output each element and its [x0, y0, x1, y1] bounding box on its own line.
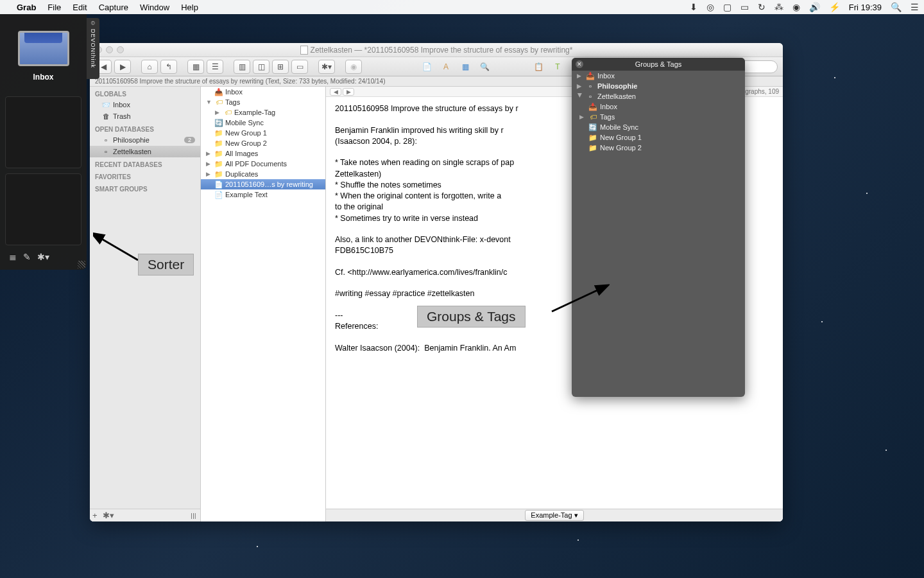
- sorter-gear-icon[interactable]: ✱▾: [37, 252, 49, 262]
- group-tree: 📥Inbox ▼🏷Tags ▶🏷Example-Tag 🔄Mobile Sync…: [201, 87, 326, 521]
- sidebar-opendb-header: OPEN DATABASES: [90, 122, 200, 134]
- groups-tags-panel: ✕ Groups & Tags ▶📥Inbox ▶▫Philosophie ▶▫…: [572, 58, 745, 397]
- tree-doc-example[interactable]: 📄Example Text: [201, 189, 325, 200]
- note-button[interactable]: T: [549, 60, 566, 74]
- sorter-inbox-label: Inbox: [33, 73, 54, 82]
- sorter-inbox-slot[interactable]: Inbox: [5, 21, 81, 91]
- wifi-icon[interactable]: ◉: [792, 2, 800, 12]
- view-list-button[interactable]: ☰: [207, 60, 223, 74]
- tree-duplicates[interactable]: ▶📁Duplicates: [201, 169, 325, 179]
- menubar: Grab File Edit Capture Window Help ⬇ ◎ ▢…: [0, 0, 924, 14]
- add-button[interactable]: +: [92, 511, 98, 520]
- sidebar-inbox[interactable]: 📨Inbox: [90, 99, 200, 110]
- view-preview-button[interactable]: ▭: [291, 60, 308, 74]
- annotation-sorter: Sorter: [138, 254, 194, 276]
- sorter-resize-handle[interactable]: [78, 261, 85, 268]
- tree-newgroup1[interactable]: 📁New Group 1: [201, 128, 325, 138]
- view-columns-button[interactable]: ▥: [234, 60, 250, 74]
- document-info: 201105160958 Improve the structure of es…: [95, 78, 385, 85]
- gp-zk-inbox[interactable]: 📥Inbox: [572, 101, 745, 112]
- nav-forward-button[interactable]: ▶: [343, 88, 354, 96]
- annotation-groups: Groups & Tags: [417, 306, 526, 328]
- tag-bar: Example-Tag ▾: [326, 509, 783, 521]
- help-menu[interactable]: Help: [181, 3, 198, 12]
- volume-icon[interactable]: 🔊: [809, 2, 820, 12]
- sorter-note-icon[interactable]: ✎: [23, 252, 31, 262]
- view-icons-button[interactable]: ▦: [187, 60, 204, 74]
- groups-panel-title[interactable]: ✕ Groups & Tags: [572, 58, 745, 71]
- sidebar-favorites-header: FAVORITES: [90, 170, 200, 182]
- inbox-tray-icon: [18, 31, 69, 66]
- document-icon: [300, 46, 308, 55]
- clipboard-button[interactable]: 📋: [530, 60, 547, 74]
- app-menu[interactable]: Grab: [17, 3, 36, 12]
- sidebar-trash[interactable]: 🗑Trash: [90, 110, 200, 122]
- quicklook-button[interactable]: ◉: [345, 60, 362, 74]
- search-button[interactable]: 🔍: [476, 60, 493, 74]
- sidebar-db-philosophie[interactable]: ▫Philosophie2: [90, 134, 200, 146]
- annotation-arrow: [545, 283, 610, 315]
- gp-philosophie[interactable]: ▶▫Philosophie: [572, 81, 745, 91]
- gp-zk-newgroup2[interactable]: 📁New Group 2: [572, 143, 745, 153]
- window-title: Zettelkasten — *201105160958 Improve the…: [311, 46, 573, 55]
- status-icon[interactable]: ◎: [706, 2, 714, 12]
- reveal-button[interactable]: ↰: [160, 60, 177, 74]
- sidebar-bottom-bar: + ✱▾ ⫼: [90, 509, 200, 521]
- tree-newgroup2[interactable]: 📁New Group 2: [201, 138, 325, 148]
- gp-inbox[interactable]: ▶📥Inbox: [572, 71, 745, 81]
- bluetooth-icon[interactable]: ⁂: [774, 2, 783, 12]
- close-icon[interactable]: ✕: [576, 60, 583, 68]
- airplay-icon[interactable]: ▢: [723, 2, 732, 12]
- edit-menu[interactable]: Edit: [73, 3, 87, 12]
- tree-example-tag[interactable]: ▶🏷Example-Tag: [201, 107, 325, 118]
- tree-inbox[interactable]: 📥Inbox: [201, 87, 325, 97]
- capture-menu[interactable]: Capture: [99, 3, 128, 12]
- home-button[interactable]: ⌂: [141, 60, 158, 74]
- timemachine-icon[interactable]: ↻: [758, 2, 766, 12]
- view-split-button[interactable]: ◫: [253, 60, 270, 74]
- display-icon[interactable]: ▭: [740, 2, 749, 12]
- gear-button[interactable]: ✱▾: [103, 511, 114, 520]
- file-menu[interactable]: File: [47, 3, 61, 12]
- battery-icon[interactable]: ⚡: [829, 2, 840, 12]
- sidebar-smartgroups-header: SMART GROUPS: [90, 182, 200, 194]
- sorter-slot-empty[interactable]: [5, 96, 81, 168]
- tag-chip[interactable]: Example-Tag ▾: [525, 510, 583, 521]
- tree-tags[interactable]: ▼🏷Tags: [201, 97, 325, 107]
- window-titlebar[interactable]: Zettelkasten — *201105160958 Improve the…: [90, 43, 783, 57]
- sidebar-db-zettelkasten[interactable]: ▫Zettelkasten: [90, 146, 200, 157]
- action-button[interactable]: ✱▾: [318, 60, 335, 74]
- spotlight-icon[interactable]: 🔍: [891, 2, 902, 12]
- badge: 2: [184, 137, 195, 143]
- window-menu[interactable]: Window: [140, 3, 169, 12]
- notifications-icon[interactable]: ☰: [911, 2, 919, 12]
- clock[interactable]: Fri 19:39: [849, 3, 882, 12]
- devonthink-tab[interactable]: DEVONthink: [87, 18, 99, 79]
- sidebar: GLOBALS 📨Inbox 🗑Trash OPEN DATABASES ▫Ph…: [90, 87, 201, 521]
- svg-line-1: [552, 289, 600, 311]
- gp-zk-newgroup1[interactable]: 📁New Group 1: [572, 132, 745, 143]
- nav-back-button[interactable]: ◀: [330, 88, 341, 96]
- sorter-slot-empty[interactable]: [5, 173, 81, 245]
- color-button[interactable]: ▦: [457, 60, 474, 74]
- sorter-panel: Inbox ≣ ✎ ✱▾: [0, 14, 87, 270]
- tree-doc-current[interactable]: 📄2011051609…s by rewriting: [201, 179, 325, 189]
- sidebar-recentdb-header: RECENT DATABASES: [90, 157, 200, 170]
- sidebar-globals-header: GLOBALS: [90, 87, 200, 99]
- sorter-list-icon[interactable]: ≣: [9, 252, 17, 262]
- gp-zk-mobilesync[interactable]: 🔄Mobile Sync: [572, 122, 745, 132]
- view-three-button[interactable]: ⊞: [272, 60, 289, 74]
- gp-zk-tags[interactable]: ▶🏷Tags: [572, 112, 745, 122]
- annotation-arrow: [93, 231, 144, 263]
- tree-all-images[interactable]: ▶📁All Images: [201, 148, 325, 159]
- tree-mobile-sync[interactable]: 🔄Mobile Sync: [201, 118, 325, 128]
- svg-line-0: [99, 238, 138, 260]
- gp-zettelkasten[interactable]: ▶▫Zettelkasten: [572, 91, 745, 101]
- tree-all-pdf[interactable]: ▶📁All PDF Documents: [201, 159, 325, 169]
- sidebar-resize-icon[interactable]: ⫼: [189, 511, 198, 520]
- font-button[interactable]: A: [438, 60, 454, 74]
- tool-button[interactable]: 📄: [418, 60, 435, 74]
- dropbox-icon[interactable]: ⬇: [690, 2, 697, 12]
- forward-button[interactable]: ▶: [114, 60, 131, 74]
